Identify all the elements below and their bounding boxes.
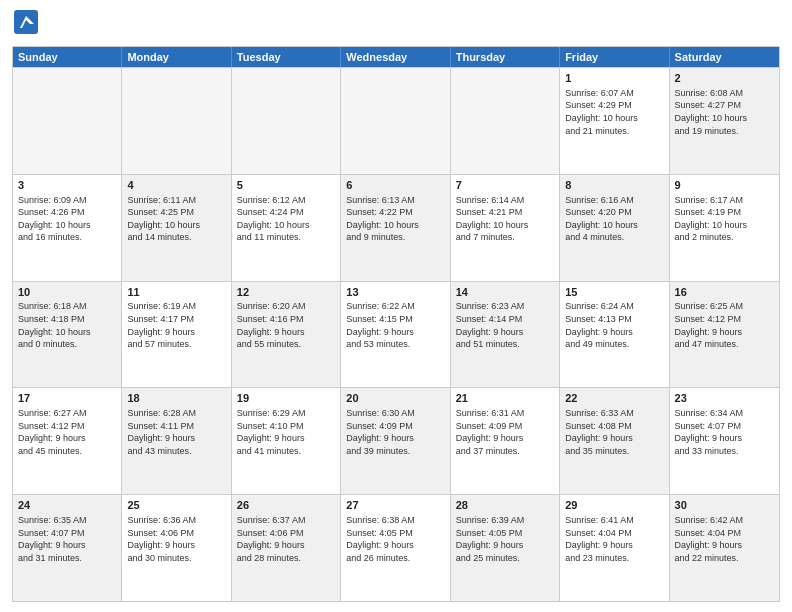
day-number: 12 xyxy=(237,285,335,300)
calendar-row-3: 17Sunrise: 6:27 AM Sunset: 4:12 PM Dayli… xyxy=(13,387,779,494)
day-number: 20 xyxy=(346,391,444,406)
cell-info: Sunrise: 6:18 AM Sunset: 4:18 PM Dayligh… xyxy=(18,300,116,350)
day-number: 22 xyxy=(565,391,663,406)
day-number: 25 xyxy=(127,498,225,513)
cal-cell-10: 10Sunrise: 6:18 AM Sunset: 4:18 PM Dayli… xyxy=(13,282,122,388)
cal-cell-16: 16Sunrise: 6:25 AM Sunset: 4:12 PM Dayli… xyxy=(670,282,779,388)
day-number: 29 xyxy=(565,498,663,513)
day-number: 24 xyxy=(18,498,116,513)
cell-info: Sunrise: 6:27 AM Sunset: 4:12 PM Dayligh… xyxy=(18,407,116,457)
calendar-header: SundayMondayTuesdayWednesdayThursdayFrid… xyxy=(13,47,779,67)
cell-info: Sunrise: 6:13 AM Sunset: 4:22 PM Dayligh… xyxy=(346,194,444,244)
header-day-sunday: Sunday xyxy=(13,47,122,67)
cell-info: Sunrise: 6:38 AM Sunset: 4:05 PM Dayligh… xyxy=(346,514,444,564)
day-number: 3 xyxy=(18,178,116,193)
day-number: 13 xyxy=(346,285,444,300)
cal-cell-12: 12Sunrise: 6:20 AM Sunset: 4:16 PM Dayli… xyxy=(232,282,341,388)
day-number: 26 xyxy=(237,498,335,513)
header-day-monday: Monday xyxy=(122,47,231,67)
cell-info: Sunrise: 6:12 AM Sunset: 4:24 PM Dayligh… xyxy=(237,194,335,244)
cell-info: Sunrise: 6:28 AM Sunset: 4:11 PM Dayligh… xyxy=(127,407,225,457)
cal-cell-5: 5Sunrise: 6:12 AM Sunset: 4:24 PM Daylig… xyxy=(232,175,341,281)
cal-cell-empty-0-2 xyxy=(232,68,341,174)
cal-cell-17: 17Sunrise: 6:27 AM Sunset: 4:12 PM Dayli… xyxy=(13,388,122,494)
cell-info: Sunrise: 6:42 AM Sunset: 4:04 PM Dayligh… xyxy=(675,514,774,564)
cal-cell-22: 22Sunrise: 6:33 AM Sunset: 4:08 PM Dayli… xyxy=(560,388,669,494)
header-day-wednesday: Wednesday xyxy=(341,47,450,67)
day-number: 11 xyxy=(127,285,225,300)
calendar-row-1: 3Sunrise: 6:09 AM Sunset: 4:26 PM Daylig… xyxy=(13,174,779,281)
day-number: 5 xyxy=(237,178,335,193)
cell-info: Sunrise: 6:23 AM Sunset: 4:14 PM Dayligh… xyxy=(456,300,554,350)
cell-info: Sunrise: 6:39 AM Sunset: 4:05 PM Dayligh… xyxy=(456,514,554,564)
calendar-row-2: 10Sunrise: 6:18 AM Sunset: 4:18 PM Dayli… xyxy=(13,281,779,388)
cell-info: Sunrise: 6:16 AM Sunset: 4:20 PM Dayligh… xyxy=(565,194,663,244)
cal-cell-26: 26Sunrise: 6:37 AM Sunset: 4:06 PM Dayli… xyxy=(232,495,341,601)
cal-cell-25: 25Sunrise: 6:36 AM Sunset: 4:06 PM Dayli… xyxy=(122,495,231,601)
cell-info: Sunrise: 6:37 AM Sunset: 4:06 PM Dayligh… xyxy=(237,514,335,564)
day-number: 8 xyxy=(565,178,663,193)
cal-cell-27: 27Sunrise: 6:38 AM Sunset: 4:05 PM Dayli… xyxy=(341,495,450,601)
cell-info: Sunrise: 6:29 AM Sunset: 4:10 PM Dayligh… xyxy=(237,407,335,457)
cell-info: Sunrise: 6:25 AM Sunset: 4:12 PM Dayligh… xyxy=(675,300,774,350)
day-number: 7 xyxy=(456,178,554,193)
cal-cell-9: 9Sunrise: 6:17 AM Sunset: 4:19 PM Daylig… xyxy=(670,175,779,281)
cell-info: Sunrise: 6:35 AM Sunset: 4:07 PM Dayligh… xyxy=(18,514,116,564)
header-day-friday: Friday xyxy=(560,47,669,67)
cell-info: Sunrise: 6:24 AM Sunset: 4:13 PM Dayligh… xyxy=(565,300,663,350)
cal-cell-23: 23Sunrise: 6:34 AM Sunset: 4:07 PM Dayli… xyxy=(670,388,779,494)
day-number: 10 xyxy=(18,285,116,300)
day-number: 17 xyxy=(18,391,116,406)
logo xyxy=(12,10,44,38)
cell-info: Sunrise: 6:30 AM Sunset: 4:09 PM Dayligh… xyxy=(346,407,444,457)
page: SundayMondayTuesdayWednesdayThursdayFrid… xyxy=(0,0,792,612)
day-number: 30 xyxy=(675,498,774,513)
cal-cell-7: 7Sunrise: 6:14 AM Sunset: 4:21 PM Daylig… xyxy=(451,175,560,281)
cal-cell-13: 13Sunrise: 6:22 AM Sunset: 4:15 PM Dayli… xyxy=(341,282,450,388)
day-number: 23 xyxy=(675,391,774,406)
calendar: SundayMondayTuesdayWednesdayThursdayFrid… xyxy=(12,46,780,602)
cell-info: Sunrise: 6:31 AM Sunset: 4:09 PM Dayligh… xyxy=(456,407,554,457)
cal-cell-empty-0-0 xyxy=(13,68,122,174)
header-day-tuesday: Tuesday xyxy=(232,47,341,67)
day-number: 21 xyxy=(456,391,554,406)
cell-info: Sunrise: 6:41 AM Sunset: 4:04 PM Dayligh… xyxy=(565,514,663,564)
cal-cell-1: 1Sunrise: 6:07 AM Sunset: 4:29 PM Daylig… xyxy=(560,68,669,174)
cal-cell-20: 20Sunrise: 6:30 AM Sunset: 4:09 PM Dayli… xyxy=(341,388,450,494)
cal-cell-4: 4Sunrise: 6:11 AM Sunset: 4:25 PM Daylig… xyxy=(122,175,231,281)
day-number: 27 xyxy=(346,498,444,513)
day-number: 4 xyxy=(127,178,225,193)
cal-cell-21: 21Sunrise: 6:31 AM Sunset: 4:09 PM Dayli… xyxy=(451,388,560,494)
day-number: 16 xyxy=(675,285,774,300)
day-number: 18 xyxy=(127,391,225,406)
day-number: 14 xyxy=(456,285,554,300)
cal-cell-empty-0-1 xyxy=(122,68,231,174)
cell-info: Sunrise: 6:17 AM Sunset: 4:19 PM Dayligh… xyxy=(675,194,774,244)
cal-cell-empty-0-3 xyxy=(341,68,450,174)
day-number: 15 xyxy=(565,285,663,300)
day-number: 28 xyxy=(456,498,554,513)
header-day-thursday: Thursday xyxy=(451,47,560,67)
cal-cell-8: 8Sunrise: 6:16 AM Sunset: 4:20 PM Daylig… xyxy=(560,175,669,281)
day-number: 6 xyxy=(346,178,444,193)
calendar-body: 1Sunrise: 6:07 AM Sunset: 4:29 PM Daylig… xyxy=(13,67,779,601)
cell-info: Sunrise: 6:36 AM Sunset: 4:06 PM Dayligh… xyxy=(127,514,225,564)
cal-cell-18: 18Sunrise: 6:28 AM Sunset: 4:11 PM Dayli… xyxy=(122,388,231,494)
svg-rect-0 xyxy=(14,10,38,34)
cal-cell-empty-0-4 xyxy=(451,68,560,174)
cal-cell-6: 6Sunrise: 6:13 AM Sunset: 4:22 PM Daylig… xyxy=(341,175,450,281)
cal-cell-15: 15Sunrise: 6:24 AM Sunset: 4:13 PM Dayli… xyxy=(560,282,669,388)
cell-info: Sunrise: 6:34 AM Sunset: 4:07 PM Dayligh… xyxy=(675,407,774,457)
calendar-row-0: 1Sunrise: 6:07 AM Sunset: 4:29 PM Daylig… xyxy=(13,67,779,174)
day-number: 19 xyxy=(237,391,335,406)
header xyxy=(12,10,780,38)
logo-icon xyxy=(12,8,40,36)
cal-cell-24: 24Sunrise: 6:35 AM Sunset: 4:07 PM Dayli… xyxy=(13,495,122,601)
cal-cell-3: 3Sunrise: 6:09 AM Sunset: 4:26 PM Daylig… xyxy=(13,175,122,281)
cell-info: Sunrise: 6:08 AM Sunset: 4:27 PM Dayligh… xyxy=(675,87,774,137)
cell-info: Sunrise: 6:20 AM Sunset: 4:16 PM Dayligh… xyxy=(237,300,335,350)
cal-cell-29: 29Sunrise: 6:41 AM Sunset: 4:04 PM Dayli… xyxy=(560,495,669,601)
header-day-saturday: Saturday xyxy=(670,47,779,67)
cell-info: Sunrise: 6:33 AM Sunset: 4:08 PM Dayligh… xyxy=(565,407,663,457)
cell-info: Sunrise: 6:09 AM Sunset: 4:26 PM Dayligh… xyxy=(18,194,116,244)
